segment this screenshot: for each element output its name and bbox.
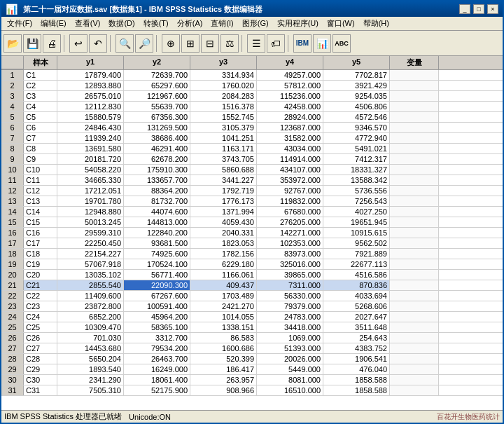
split-file-button[interactable]: ⊟ bbox=[201, 34, 219, 53]
table-row[interactable]: 1C117879.40072639.7003314.93449257.00077… bbox=[1, 70, 503, 81]
cell-y1[interactable]: 24846.430 bbox=[57, 123, 124, 132]
cell-y5[interactable]: 4772.940 bbox=[323, 133, 390, 143]
cell-y3[interactable]: 3441.227 bbox=[190, 175, 257, 185]
table-row[interactable]: 25C2510309.47058365.1001338.15134418.000… bbox=[1, 322, 503, 333]
goto-case-button[interactable]: 🔍 bbox=[115, 34, 134, 53]
cell-y4[interactable]: 79379.000 bbox=[257, 301, 323, 311]
cell-y1[interactable]: 15880.579 bbox=[57, 112, 124, 122]
cell-y1[interactable]: 2855.540 bbox=[57, 280, 124, 290]
cell-sample[interactable]: C17 bbox=[24, 238, 57, 248]
cell-y3[interactable]: 1014.055 bbox=[190, 312, 257, 322]
cell-y2[interactable]: 26463.700 bbox=[124, 354, 190, 364]
cell-y3[interactable]: 1163.171 bbox=[190, 144, 257, 153]
cell-y1[interactable]: 12112.830 bbox=[57, 102, 124, 111]
table-row[interactable]: 24C246852.20045964.2001014.05524783.0002… bbox=[1, 312, 503, 322]
table-row[interactable]: 18C1822154.22774925.6001782.15683973.000… bbox=[1, 249, 503, 259]
cell-y2[interactable]: 79534.200 bbox=[124, 343, 190, 353]
cell-y3[interactable]: 1600.686 bbox=[190, 343, 257, 353]
cell-y5[interactable]: 9562.502 bbox=[323, 238, 390, 248]
table-row[interactable]: 13C1319701.78081732.7001776.173119832.00… bbox=[1, 196, 503, 207]
cell-sample[interactable]: C24 bbox=[24, 312, 57, 322]
cell-y2[interactable]: 18061.400 bbox=[124, 375, 190, 385]
cell-y4[interactable]: 20026.000 bbox=[257, 354, 323, 364]
cell-y2[interactable]: 46291.400 bbox=[124, 144, 190, 153]
cell-var[interactable] bbox=[390, 280, 439, 290]
cell-y1[interactable]: 54058.220 bbox=[57, 165, 124, 175]
cell-y5[interactable]: 4506.806 bbox=[323, 102, 390, 111]
cell-y4[interactable]: 142271.000 bbox=[257, 228, 323, 238]
cell-y5[interactable]: 9346.570 bbox=[323, 123, 390, 132]
cell-var[interactable] bbox=[390, 112, 439, 122]
cell-y4[interactable]: 8081.000 bbox=[257, 375, 323, 385]
cell-y4[interactable]: 325016.000 bbox=[257, 259, 323, 269]
cell-y3[interactable]: 409.437 bbox=[190, 280, 257, 290]
cell-y5[interactable]: 19651.945 bbox=[323, 217, 390, 227]
cell-var[interactable] bbox=[390, 259, 439, 269]
cell-y1[interactable]: 13035.102 bbox=[57, 270, 124, 280]
cell-y3[interactable]: 5860.688 bbox=[190, 165, 257, 175]
minimize-button[interactable]: _ bbox=[459, 4, 470, 14]
table-row[interactable]: 6C624846.430131269.5003105.379123687.000… bbox=[1, 123, 503, 133]
cell-y3[interactable]: 2040.331 bbox=[190, 228, 257, 238]
cell-y2[interactable]: 121967.600 bbox=[124, 91, 190, 101]
cell-y2[interactable]: 38686.400 bbox=[124, 133, 190, 143]
cell-sample[interactable]: C31 bbox=[24, 385, 57, 395]
cell-sample[interactable]: C21 bbox=[24, 280, 57, 290]
cell-y3[interactable]: 1552.745 bbox=[190, 112, 257, 122]
cell-y2[interactable]: 67267.600 bbox=[124, 291, 190, 301]
insert-variable-button[interactable]: ⊞ bbox=[181, 34, 200, 53]
cell-y3[interactable]: 1166.061 bbox=[190, 270, 257, 280]
maximize-button[interactable]: □ bbox=[473, 4, 484, 14]
cell-y4[interactable]: 434107.000 bbox=[257, 165, 323, 175]
cell-sample[interactable]: C7 bbox=[24, 133, 57, 143]
cell-sample[interactable]: C10 bbox=[24, 165, 57, 175]
cell-y1[interactable]: 7505.310 bbox=[57, 385, 124, 395]
cell-y1[interactable]: 23872.800 bbox=[57, 301, 124, 311]
cell-var[interactable] bbox=[390, 228, 439, 238]
cell-y3[interactable]: 263.957 bbox=[190, 375, 257, 385]
table-row[interactable]: 2C212893.88065297.6001760.02057812.00039… bbox=[1, 81, 503, 91]
cell-sample[interactable]: C4 bbox=[24, 102, 57, 111]
cell-y1[interactable]: 29599.310 bbox=[57, 228, 124, 238]
cell-y5[interactable]: 4572.546 bbox=[323, 112, 390, 122]
cell-y3[interactable]: 520.399 bbox=[190, 354, 257, 364]
cell-y4[interactable]: 51393.000 bbox=[257, 343, 323, 353]
print-button[interactable]: 🖨 bbox=[43, 34, 61, 53]
cell-y5[interactable]: 7921.889 bbox=[323, 249, 390, 259]
table-row[interactable]: 31C317505.31052175.900908.96616510.00018… bbox=[1, 385, 503, 396]
weight-cases-button[interactable]: ⚖ bbox=[220, 34, 239, 53]
cell-y5[interactable]: 254.643 bbox=[323, 333, 390, 343]
cell-y1[interactable]: 50013.245 bbox=[57, 217, 124, 227]
open-button[interactable]: 📂 bbox=[4, 34, 22, 53]
cell-y2[interactable]: 58365.100 bbox=[124, 322, 190, 332]
cell-y1[interactable]: 19701.780 bbox=[57, 196, 124, 206]
cell-y1[interactable]: 57067.918 bbox=[57, 259, 124, 269]
cell-y4[interactable]: 114914.000 bbox=[257, 154, 323, 164]
abc-button[interactable]: ABC bbox=[332, 34, 351, 53]
cell-sample[interactable]: C26 bbox=[24, 333, 57, 343]
cell-y1[interactable]: 20181.720 bbox=[57, 154, 124, 164]
cell-y4[interactable]: 57812.000 bbox=[257, 81, 323, 90]
cell-var[interactable] bbox=[390, 154, 439, 164]
cell-y3[interactable]: 1516.378 bbox=[190, 102, 257, 111]
cell-y1[interactable]: 26575.010 bbox=[57, 91, 124, 101]
cell-y4[interactable]: 353972.000 bbox=[257, 175, 323, 185]
cell-y4[interactable]: 67680.000 bbox=[257, 207, 323, 217]
cell-y4[interactable]: 24783.000 bbox=[257, 312, 323, 322]
table-row[interactable]: 20C2013035.10256771.4001166.06139865.000… bbox=[1, 270, 503, 280]
cell-sample[interactable]: C2 bbox=[24, 81, 57, 90]
cell-y3[interactable]: 2421.270 bbox=[190, 301, 257, 311]
table-row[interactable]: 21C212855.54022090.300409.4377311.000870… bbox=[1, 280, 503, 291]
table-row[interactable]: 29C291893.54016249.000186.4175449.000476… bbox=[1, 364, 503, 375]
cell-var[interactable] bbox=[390, 364, 439, 374]
cell-y2[interactable]: 45964.200 bbox=[124, 312, 190, 322]
cell-var[interactable] bbox=[390, 123, 439, 132]
cell-y5[interactable]: 870.836 bbox=[323, 280, 390, 290]
menu-directmarketing[interactable]: 直销(I) bbox=[206, 18, 237, 29]
menu-help[interactable]: 帮助(H) bbox=[359, 18, 393, 29]
select-cases-button[interactable]: ☰ bbox=[247, 34, 265, 53]
cell-y5[interactable]: 7412.317 bbox=[323, 154, 390, 164]
cell-y4[interactable]: 28924.000 bbox=[257, 112, 323, 122]
cell-y2[interactable]: 65297.600 bbox=[124, 81, 190, 90]
table-row[interactable]: 30C302341.29018061.400263.9578081.000185… bbox=[1, 375, 503, 385]
